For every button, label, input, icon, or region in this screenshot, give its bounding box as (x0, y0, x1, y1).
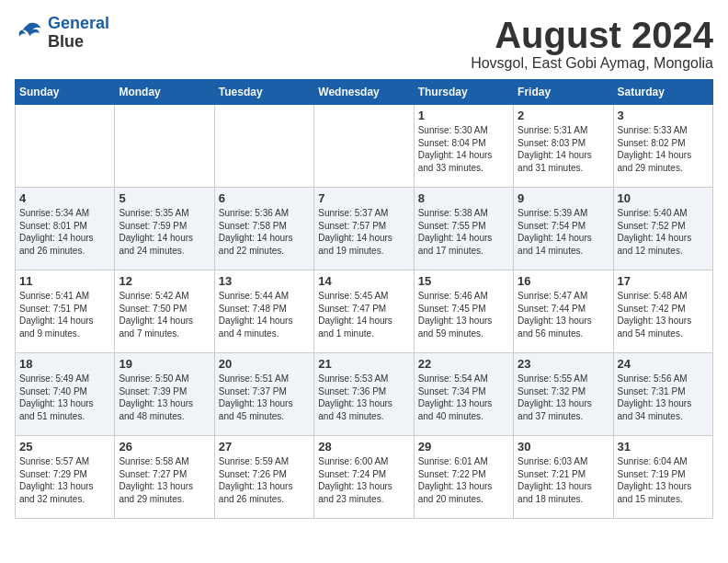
day-number: 12 (119, 274, 210, 288)
calendar-cell (314, 105, 414, 188)
day-info: Sunrise: 6:01 AM Sunset: 7:22 PM Dayligh… (418, 455, 509, 505)
day-info: Sunrise: 5:58 AM Sunset: 7:27 PM Dayligh… (119, 455, 210, 505)
weekday-header-thursday: Thursday (414, 80, 513, 105)
day-number: 27 (219, 440, 310, 454)
day-info: Sunrise: 5:50 AM Sunset: 7:39 PM Dayligh… (119, 373, 210, 422)
day-number: 20 (219, 357, 310, 371)
day-info: Sunrise: 5:42 AM Sunset: 7:50 PM Dayligh… (119, 290, 210, 339)
day-number: 16 (518, 274, 609, 288)
day-number: 30 (518, 440, 609, 454)
calendar-cell: 27Sunrise: 5:59 AM Sunset: 7:26 PM Dayli… (214, 436, 313, 519)
calendar-cell: 28Sunrise: 6:00 AM Sunset: 7:24 PM Dayli… (314, 436, 414, 519)
day-info: Sunrise: 5:44 AM Sunset: 7:48 PM Dayligh… (219, 290, 310, 339)
calendar-cell: 21Sunrise: 5:53 AM Sunset: 7:36 PM Dayli… (314, 353, 414, 436)
calendar-week-4: 18Sunrise: 5:49 AM Sunset: 7:40 PM Dayli… (16, 353, 713, 436)
calendar-cell: 4Sunrise: 5:34 AM Sunset: 8:01 PM Daylig… (16, 188, 115, 270)
day-number: 5 (119, 191, 210, 205)
day-number: 21 (318, 357, 409, 371)
calendar-cell: 7Sunrise: 5:37 AM Sunset: 7:57 PM Daylig… (314, 188, 414, 270)
calendar-cell: 23Sunrise: 5:55 AM Sunset: 7:32 PM Dayli… (514, 353, 613, 436)
calendar-cell: 19Sunrise: 5:50 AM Sunset: 7:39 PM Dayli… (115, 353, 214, 436)
day-number: 25 (19, 440, 110, 454)
day-number: 24 (618, 357, 709, 371)
day-number: 15 (418, 274, 509, 288)
calendar-cell: 17Sunrise: 5:48 AM Sunset: 7:42 PM Dayli… (613, 270, 712, 353)
calendar-cell (115, 105, 214, 188)
calendar-cell: 15Sunrise: 5:46 AM Sunset: 7:45 PM Dayli… (414, 270, 513, 353)
month-title: August 2024 (471, 15, 713, 55)
calendar-cell: 14Sunrise: 5:45 AM Sunset: 7:47 PM Dayli… (314, 270, 414, 353)
day-info: Sunrise: 5:53 AM Sunset: 7:36 PM Dayligh… (318, 373, 409, 422)
logo-line1: General (48, 14, 109, 32)
calendar-week-3: 11Sunrise: 5:41 AM Sunset: 7:51 PM Dayli… (16, 270, 713, 353)
weekday-header-monday: Monday (115, 80, 214, 105)
day-number: 4 (19, 191, 110, 205)
weekday-header-friday: Friday (514, 80, 613, 105)
day-info: Sunrise: 5:35 AM Sunset: 7:59 PM Dayligh… (119, 207, 210, 257)
day-info: Sunrise: 5:55 AM Sunset: 7:32 PM Dayligh… (518, 373, 609, 422)
day-number: 7 (318, 191, 409, 205)
day-info: Sunrise: 5:37 AM Sunset: 7:57 PM Dayligh… (318, 207, 409, 257)
weekday-header-sunday: Sunday (16, 80, 115, 105)
logo-line2: Blue (48, 33, 109, 52)
day-number: 19 (119, 357, 210, 371)
day-info: Sunrise: 5:54 AM Sunset: 7:34 PM Dayligh… (418, 373, 509, 422)
calendar-cell: 11Sunrise: 5:41 AM Sunset: 7:51 PM Dayli… (16, 270, 115, 353)
day-info: Sunrise: 6:03 AM Sunset: 7:21 PM Dayligh… (518, 455, 609, 505)
calendar-cell: 20Sunrise: 5:51 AM Sunset: 7:37 PM Dayli… (214, 353, 313, 436)
calendar-table: SundayMondayTuesdayWednesdayThursdayFrid… (15, 79, 713, 519)
day-number: 2 (518, 109, 609, 122)
day-info: Sunrise: 5:38 AM Sunset: 7:55 PM Dayligh… (418, 207, 509, 257)
day-number: 14 (318, 274, 409, 288)
day-info: Sunrise: 5:39 AM Sunset: 7:54 PM Dayligh… (518, 207, 609, 257)
weekday-header-tuesday: Tuesday (214, 80, 313, 105)
day-number: 1 (418, 109, 509, 122)
day-info: Sunrise: 5:56 AM Sunset: 7:31 PM Dayligh… (618, 373, 709, 422)
calendar-cell: 5Sunrise: 5:35 AM Sunset: 7:59 PM Daylig… (115, 188, 214, 270)
day-info: Sunrise: 5:45 AM Sunset: 7:47 PM Dayligh… (318, 290, 409, 339)
day-info: Sunrise: 5:48 AM Sunset: 7:42 PM Dayligh… (618, 290, 709, 339)
day-number: 29 (418, 440, 509, 454)
calendar-week-1: 1Sunrise: 5:30 AM Sunset: 8:04 PM Daylig… (16, 105, 713, 188)
logo-bird-icon (15, 18, 44, 48)
day-number: 22 (418, 357, 509, 371)
calendar-week-5: 25Sunrise: 5:57 AM Sunset: 7:29 PM Dayli… (16, 436, 713, 519)
day-number: 9 (518, 191, 609, 205)
day-info: Sunrise: 5:47 AM Sunset: 7:44 PM Dayligh… (518, 290, 609, 339)
calendar-cell: 25Sunrise: 5:57 AM Sunset: 7:29 PM Dayli… (16, 436, 115, 519)
day-number: 10 (618, 191, 709, 205)
day-info: Sunrise: 5:49 AM Sunset: 7:40 PM Dayligh… (19, 373, 110, 422)
calendar-cell: 16Sunrise: 5:47 AM Sunset: 7:44 PM Dayli… (514, 270, 613, 353)
day-number: 28 (318, 440, 409, 454)
day-number: 11 (19, 274, 110, 288)
calendar-cell: 22Sunrise: 5:54 AM Sunset: 7:34 PM Dayli… (414, 353, 513, 436)
day-info: Sunrise: 6:00 AM Sunset: 7:24 PM Dayligh… (318, 455, 409, 505)
day-info: Sunrise: 5:34 AM Sunset: 8:01 PM Dayligh… (19, 207, 110, 257)
day-info: Sunrise: 5:33 AM Sunset: 8:02 PM Dayligh… (618, 124, 709, 174)
day-number: 31 (618, 440, 709, 454)
calendar-cell: 24Sunrise: 5:56 AM Sunset: 7:31 PM Dayli… (613, 353, 712, 436)
day-info: Sunrise: 5:40 AM Sunset: 7:52 PM Dayligh… (618, 207, 709, 257)
logo: General Blue (15, 15, 109, 52)
calendar-cell: 26Sunrise: 5:58 AM Sunset: 7:27 PM Dayli… (115, 436, 214, 519)
logo-text: General Blue (48, 15, 109, 52)
calendar-cell: 10Sunrise: 5:40 AM Sunset: 7:52 PM Dayli… (613, 188, 712, 270)
weekday-header-row: SundayMondayTuesdayWednesdayThursdayFrid… (16, 80, 713, 105)
day-info: Sunrise: 5:36 AM Sunset: 7:58 PM Dayligh… (219, 207, 310, 257)
day-number: 13 (219, 274, 310, 288)
day-number: 18 (19, 357, 110, 371)
day-info: Sunrise: 5:51 AM Sunset: 7:37 PM Dayligh… (219, 373, 310, 422)
day-info: Sunrise: 5:30 AM Sunset: 8:04 PM Dayligh… (418, 124, 509, 174)
page-header: General Blue August 2024 Hovsgol, East G… (15, 15, 713, 72)
calendar-cell: 29Sunrise: 6:01 AM Sunset: 7:22 PM Dayli… (414, 436, 513, 519)
calendar-cell: 9Sunrise: 5:39 AM Sunset: 7:54 PM Daylig… (514, 188, 613, 270)
day-number: 23 (518, 357, 609, 371)
calendar-cell: 30Sunrise: 6:03 AM Sunset: 7:21 PM Dayli… (514, 436, 613, 519)
day-number: 26 (119, 440, 210, 454)
day-info: Sunrise: 6:04 AM Sunset: 7:19 PM Dayligh… (618, 455, 709, 505)
day-info: Sunrise: 5:31 AM Sunset: 8:03 PM Dayligh… (518, 124, 609, 174)
calendar-cell: 13Sunrise: 5:44 AM Sunset: 7:48 PM Dayli… (214, 270, 313, 353)
day-info: Sunrise: 5:59 AM Sunset: 7:26 PM Dayligh… (219, 455, 310, 505)
calendar-cell: 1Sunrise: 5:30 AM Sunset: 8:04 PM Daylig… (414, 105, 513, 188)
calendar-cell: 3Sunrise: 5:33 AM Sunset: 8:02 PM Daylig… (613, 105, 712, 188)
